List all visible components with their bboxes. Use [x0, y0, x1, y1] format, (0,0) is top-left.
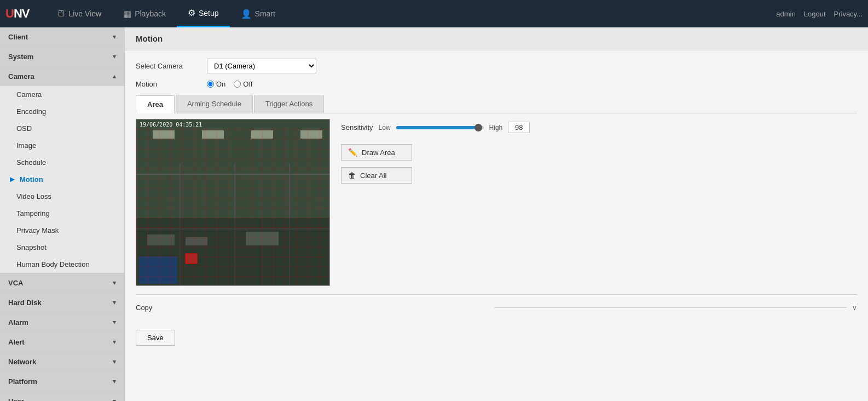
- copy-row[interactable]: Copy ∨: [136, 300, 857, 315]
- sidebar-platform-label: Platform: [8, 377, 37, 386]
- motion-off-radio[interactable]: [234, 81, 241, 88]
- chevron-down-icon: ▾: [113, 53, 116, 60]
- sidebar-item-image[interactable]: Image: [0, 137, 124, 154]
- video-background: 19/06/2020 04:35:21: [136, 119, 329, 285]
- chevron-down-icon: ▾: [113, 279, 116, 287]
- nav-items: 🖥 Live View ▦ Playback ⚙ Setup 👤 Smart: [45, 0, 776, 27]
- sidebar-section-hard-disk-header[interactable]: Hard Disk ▾: [0, 293, 124, 312]
- svg-rect-16: [186, 254, 197, 263]
- sidebar-item-schedule[interactable]: Schedule: [0, 154, 124, 171]
- nav-live-view[interactable]: 🖥 Live View: [45, 0, 112, 27]
- motion-on-label[interactable]: On: [207, 80, 225, 88]
- sidebar-section-vca-header[interactable]: VCA ▾: [0, 273, 124, 293]
- sidebar-alert-label: Alert: [8, 338, 25, 346]
- chevron-down-icon: ▾: [113, 378, 116, 385]
- sidebar-section-alert-header[interactable]: Alert ▾: [0, 333, 124, 352]
- sidebar-network-label: Network: [8, 358, 36, 366]
- tabs-container: Area Arming Schedule Trigger Actions: [136, 95, 857, 113]
- save-button[interactable]: Save: [136, 330, 175, 346]
- sidebar-section-system: System ▾: [0, 47, 124, 67]
- sidebar-encoding-label: Encoding: [16, 107, 46, 116]
- playback-icon: ▦: [123, 9, 131, 19]
- content-area: Motion Select Camera D1 (Camera) D2 D3 D…: [125, 27, 868, 401]
- motion-off-label[interactable]: Off: [234, 80, 252, 88]
- nav-setup[interactable]: ⚙ Setup: [177, 0, 230, 27]
- clear-all-button[interactable]: 🗑 Clear All: [341, 167, 412, 184]
- logout-button[interactable]: Logout: [804, 10, 826, 18]
- tab-trigger-label: Trigger Actions: [265, 100, 313, 108]
- main-layout: Client ▾ System ▾ Camera ▴ Camera Encodi…: [0, 27, 868, 401]
- sidebar-section-system-header[interactable]: System ▾: [0, 47, 124, 66]
- content-body: Select Camera D1 (Camera) D2 D3 D4 Motio…: [125, 50, 868, 354]
- sidebar-item-human-body[interactable]: Human Body Detection: [0, 256, 124, 273]
- smart-icon: 👤: [241, 9, 252, 19]
- sidebar-vca-label: VCA: [8, 279, 23, 287]
- sidebar-item-osd[interactable]: OSD: [0, 120, 124, 137]
- page-title: Motion: [125, 27, 868, 50]
- chevron-down-icon: ▾: [113, 398, 116, 401]
- privacy-button[interactable]: Privacy...: [834, 10, 863, 18]
- camera-select[interactable]: D1 (Camera) D2 D3 D4: [207, 59, 316, 73]
- motion-grid-overlay: [136, 119, 329, 285]
- controls-panel: Sensitivity Low High 98 ✏️ Draw Area 🗑: [341, 119, 857, 190]
- sidebar-osd-label: OSD: [16, 124, 32, 133]
- sidebar-human-body-label: Human Body Detection: [16, 260, 90, 268]
- sidebar-item-privacy-mask[interactable]: Privacy Mask: [0, 222, 124, 239]
- chevron-down-icon: ▾: [113, 319, 116, 326]
- sidebar-alarm-label: Alarm: [8, 318, 28, 326]
- nav-playback[interactable]: ▦ Playback: [112, 0, 177, 27]
- chevron-down-icon: ∨: [852, 304, 857, 312]
- motion-off-text: Off: [243, 80, 252, 88]
- tab-area[interactable]: Area: [136, 95, 175, 113]
- top-right-nav: admin Logout Privacy...: [776, 10, 863, 18]
- copy-divider: [494, 307, 847, 308]
- sidebar-section-alarm-header[interactable]: Alarm ▾: [0, 313, 124, 332]
- sidebar-section-platform: Platform ▾: [0, 372, 124, 392]
- tab-trigger-actions[interactable]: Trigger Actions: [254, 95, 324, 113]
- chevron-down-icon: ▾: [113, 339, 116, 346]
- sidebar-section-camera: Camera ▴ Camera Encoding OSD Image Sched…: [0, 67, 124, 273]
- sidebar-section-camera-header[interactable]: Camera ▴: [0, 67, 124, 86]
- draw-area-button[interactable]: ✏️ Draw Area: [341, 144, 412, 161]
- sidebar-motion-label: Motion: [20, 175, 43, 184]
- chevron-down-icon: ▾: [113, 358, 116, 365]
- motion-toggle-row: Motion On Off: [136, 80, 857, 88]
- draw-area-label: Draw Area: [362, 148, 395, 157]
- copy-label: Copy: [136, 303, 489, 312]
- sidebar-tampering-label: Tampering: [16, 209, 50, 217]
- sidebar-section-user-header[interactable]: User ▾: [0, 392, 124, 401]
- sidebar-section-client: Client ▾: [0, 27, 124, 47]
- nav-smart[interactable]: 👤 Smart: [230, 0, 286, 27]
- sidebar-section-vca: VCA ▾: [0, 273, 124, 293]
- sidebar-item-camera[interactable]: Camera: [0, 86, 124, 103]
- tab-arming-label: Arming Schedule: [187, 100, 241, 108]
- sidebar-hard-disk-label: Hard Disk: [8, 299, 42, 307]
- sidebar-camera-label: Camera: [8, 72, 34, 81]
- tab-area-label: Area: [147, 100, 163, 108]
- motion-label: Motion: [136, 80, 201, 88]
- motion-video-area: 19/06/2020 04:35:21: [136, 119, 330, 286]
- sidebar-item-encoding[interactable]: Encoding: [0, 103, 124, 120]
- sidebar-client-label: Client: [8, 33, 28, 41]
- admin-label: admin: [776, 10, 795, 18]
- sidebar-video-loss-label: Video Loss: [16, 192, 51, 200]
- sidebar-section-client-header[interactable]: Client ▾: [0, 27, 124, 47]
- sidebar-schedule-label: Schedule: [16, 158, 46, 167]
- motion-on-radio[interactable]: [207, 81, 214, 88]
- sidebar-user-label: User: [8, 397, 24, 401]
- save-row: Save: [136, 322, 857, 346]
- sidebar-item-tampering[interactable]: Tampering: [0, 205, 124, 222]
- chevron-down-icon: ▾: [113, 33, 116, 41]
- sidebar-section-network-header[interactable]: Network ▾: [0, 352, 124, 371]
- sensitivity-slider[interactable]: [396, 126, 484, 129]
- sidebar-item-snapshot[interactable]: Snapshot: [0, 239, 124, 256]
- tab-arming-schedule[interactable]: Arming Schedule: [176, 95, 253, 113]
- sensitivity-row: Sensitivity Low High 98: [341, 122, 857, 133]
- sidebar-section-user: User ▾: [0, 392, 124, 401]
- sidebar-item-motion[interactable]: ▶ Motion: [0, 171, 124, 188]
- chevron-up-icon: ▴: [113, 73, 116, 80]
- clear-all-label: Clear All: [360, 171, 386, 180]
- sidebar-item-video-loss[interactable]: Video Loss: [0, 188, 124, 205]
- sidebar-section-platform-header[interactable]: Platform ▾: [0, 372, 124, 391]
- sensitivity-label: Sensitivity: [341, 123, 373, 131]
